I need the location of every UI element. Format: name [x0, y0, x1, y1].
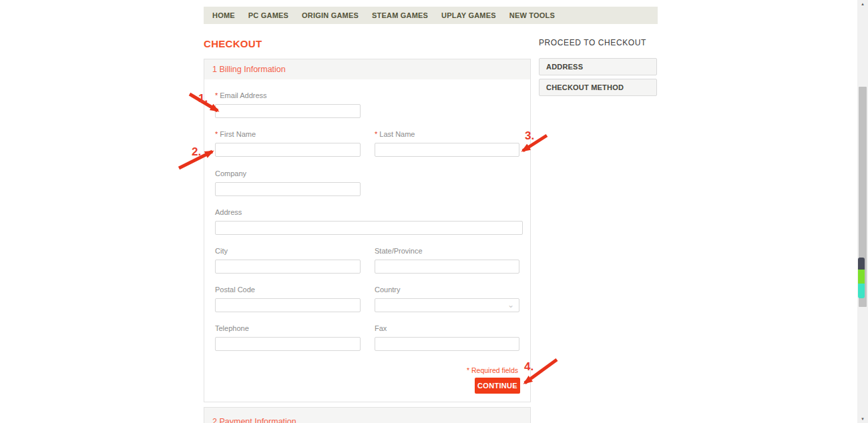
country-field-group: Country ⌄	[375, 286, 519, 312]
postal-code-input[interactable]	[215, 298, 361, 312]
postal-code-label: Postal Code	[215, 286, 361, 294]
last-name-label: *Last Name	[375, 130, 519, 138]
last-name-label-text: Last Name	[379, 130, 415, 138]
indicator-cyan-segment	[858, 284, 865, 298]
annotation-label-2: 2.	[192, 145, 201, 159]
fax-input[interactable]	[375, 337, 519, 351]
telephone-label-text: Telephone	[215, 324, 249, 332]
first-name-field-group: *First Name	[215, 130, 361, 157]
company-label: Company	[215, 169, 361, 177]
first-name-input[interactable]	[215, 143, 361, 157]
company-field-group: Company	[215, 169, 361, 196]
scrollbar-down-icon[interactable]: ▼	[857, 415, 868, 423]
telephone-label: Telephone	[215, 324, 361, 332]
scrollbar[interactable]: ▲ ▼	[857, 0, 868, 423]
address-input[interactable]	[215, 221, 523, 235]
fax-label-text: Fax	[375, 324, 387, 332]
state-label: State/Province	[375, 247, 519, 255]
telephone-field-group: Telephone	[215, 324, 361, 351]
address-label: Address	[215, 208, 523, 216]
state-label-text: State/Province	[375, 247, 423, 255]
nav-item-new-tools[interactable]: NEW TOOLS	[503, 11, 562, 19]
telephone-input[interactable]	[215, 337, 361, 351]
indicator-dark-segment	[858, 258, 865, 270]
postal-code-label-text: Postal Code	[215, 286, 255, 294]
postal-code-field-group: Postal Code	[215, 286, 361, 312]
required-fields-note: * Required fields	[467, 366, 518, 374]
first-name-label-text: First Name	[220, 130, 256, 138]
country-select[interactable]	[375, 298, 519, 312]
page-title: CHECKOUT	[204, 38, 262, 49]
billing-section-header[interactable]: 1 Billing Information	[204, 59, 530, 79]
payment-information-section: 2 Payment Information	[204, 407, 531, 423]
city-input[interactable]	[215, 260, 361, 274]
billing-information-section: 1 Billing Information *Email Address *Fi…	[204, 59, 531, 402]
payment-section-header[interactable]: 2 Payment Information	[204, 408, 530, 423]
sidebar-step-checkout-method[interactable]: CHECKOUT METHOD	[539, 79, 657, 96]
continue-button[interactable]: CONTINUE	[475, 378, 520, 394]
nav-item-origin-games[interactable]: ORIGIN GAMES	[295, 11, 365, 19]
first-name-label: *First Name	[215, 130, 361, 138]
scroll-position-indicator	[858, 258, 865, 298]
required-asterisk: *	[215, 130, 218, 138]
last-name-field-group: *Last Name	[375, 130, 519, 157]
required-asterisk: *	[375, 130, 377, 138]
country-label: Country	[375, 286, 519, 294]
address-field-group: Address	[215, 208, 523, 235]
state-field-group: State/Province	[375, 247, 519, 274]
nav-item-uplay-games[interactable]: UPLAY GAMES	[435, 11, 503, 19]
email-label: *Email Address	[215, 91, 361, 99]
fax-label: Fax	[375, 324, 519, 332]
city-label: City	[215, 247, 361, 255]
sidebar-step-address[interactable]: ADDRESS	[539, 58, 657, 75]
email-label-text: Email Address	[220, 91, 266, 99]
city-label-text: City	[215, 247, 228, 255]
email-field-group: *Email Address	[215, 91, 361, 118]
indicator-green-segment	[858, 270, 865, 284]
nav-item-pc-games[interactable]: PC GAMES	[242, 11, 295, 19]
nav-item-steam-games[interactable]: STEAM GAMES	[365, 11, 435, 19]
fax-field-group: Fax	[375, 324, 519, 351]
company-label-text: Company	[215, 169, 246, 177]
required-asterisk: *	[215, 91, 218, 99]
state-input[interactable]	[375, 260, 519, 274]
city-field-group: City	[215, 247, 361, 274]
address-label-text: Address	[215, 208, 242, 216]
email-input[interactable]	[215, 104, 361, 118]
last-name-input[interactable]	[375, 143, 519, 157]
nav-item-home[interactable]: HOME	[206, 11, 242, 19]
country-label-text: Country	[375, 286, 401, 294]
proceed-to-checkout-heading: PROCEED TO CHECKOUT	[539, 38, 646, 47]
scrollbar-up-icon[interactable]: ▲	[857, 0, 868, 8]
top-nav: HOME PC GAMES ORIGIN GAMES STEAM GAMES U…	[204, 7, 658, 24]
company-input[interactable]	[215, 182, 361, 196]
